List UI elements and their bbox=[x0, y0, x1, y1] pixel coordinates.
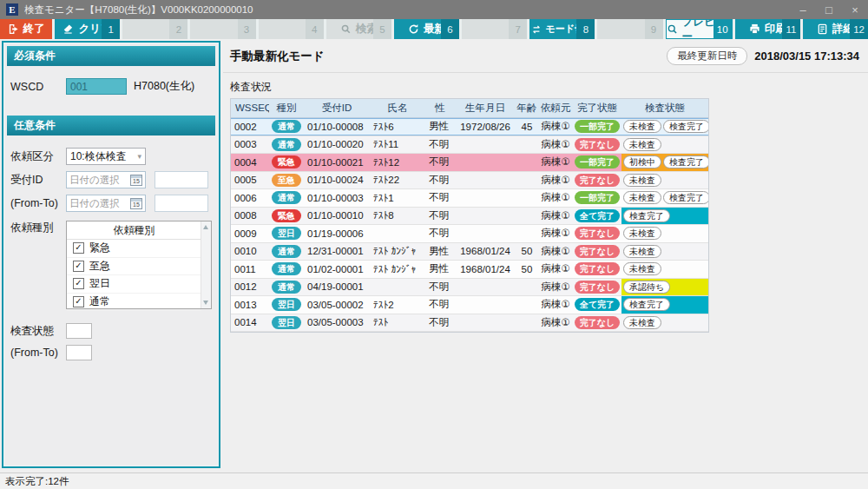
function-key-number: 7 bbox=[509, 19, 527, 39]
column-header[interactable]: 生年月日 bbox=[455, 99, 516, 117]
status-badge: 未検査 bbox=[623, 262, 661, 275]
status-badge: 未検査 bbox=[623, 120, 661, 133]
table-row[interactable]: 0014翌日03/05-00003ﾃｽﾄ不明病棟①完了なし未検査 bbox=[231, 314, 708, 333]
checkbox-checked-icon[interactable]: ✓ bbox=[73, 242, 84, 254]
accept-id-value: 03/05-00002 bbox=[307, 300, 364, 310]
sex-value: 不明 bbox=[429, 316, 449, 329]
wscd-input[interactable]: 001 bbox=[66, 78, 127, 95]
test-status-to-input[interactable] bbox=[66, 345, 92, 360]
completion-badge: 完了なし bbox=[575, 262, 620, 275]
print-icon bbox=[749, 23, 760, 35]
table-row[interactable]: 0011通常01/02-00001ﾃｽﾄ ｶﾝｼﾞｬ男性1968/01/2450… bbox=[231, 261, 708, 279]
accept-id-fromto-label: (From-To) bbox=[10, 197, 66, 209]
wsseq-value: 0005 bbox=[234, 175, 257, 185]
completion-badge: 一部完了 bbox=[575, 155, 620, 169]
scroll-up-icon[interactable] bbox=[203, 225, 208, 229]
toolbar-button-fn2: 2 bbox=[122, 19, 187, 39]
mode-icon bbox=[531, 24, 542, 35]
kind-badge: 通常 bbox=[272, 245, 301, 258]
table-row[interactable]: 0009翌日01/19-00006不明病棟①完了なし未検査 bbox=[231, 225, 708, 243]
completion-badge: 一部完了 bbox=[575, 120, 620, 133]
function-key-number: 6 bbox=[441, 19, 459, 39]
kind-badge: 翌日 bbox=[272, 298, 301, 311]
request-type-item[interactable]: ✓緊急 bbox=[67, 240, 201, 258]
sex-value: 男性 bbox=[429, 262, 449, 275]
toolbar-button-mode-switch[interactable]: モード切替8 bbox=[529, 19, 595, 39]
checkbox-checked-icon[interactable]: ✓ bbox=[73, 278, 84, 289]
test-status-from-input[interactable] bbox=[66, 323, 92, 339]
accept-id-from-input[interactable] bbox=[155, 171, 208, 188]
toolbar-button-print[interactable]: 印刷11 bbox=[735, 19, 800, 39]
function-key-number: 5 bbox=[373, 19, 391, 39]
last-update-badge: 最終更新日時 bbox=[667, 47, 747, 65]
age-value: 50 bbox=[522, 246, 533, 256]
origin-value: 病棟① bbox=[541, 174, 569, 187]
accept-id-date-from[interactable]: 日付の選択 15 bbox=[66, 171, 146, 188]
request-type-item[interactable]: ✓至急 bbox=[67, 258, 201, 276]
column-header[interactable]: 検査状態 bbox=[621, 99, 708, 117]
kind-badge: 通常 bbox=[272, 281, 301, 294]
column-header[interactable]: 性 bbox=[425, 99, 455, 117]
scroll-down-icon[interactable] bbox=[203, 301, 208, 305]
accept-id-value: 01/10-00024 bbox=[307, 175, 364, 185]
calendar-icon[interactable]: 15 bbox=[130, 198, 142, 209]
origin-value: 病棟① bbox=[541, 227, 569, 240]
toolbar-button-search: 検索5 bbox=[326, 19, 391, 39]
request-category-select[interactable]: 10:検体検査 ▾ bbox=[66, 148, 146, 165]
toolbar-button-refresh[interactable]: 最新6 bbox=[394, 19, 459, 39]
table-row[interactable]: 0005至急01/10-00024ﾃｽﾄ22不明病棟①完了なし未検査 bbox=[231, 172, 708, 190]
patient-name: ﾃｽﾄ8 bbox=[373, 210, 394, 221]
request-type-list-header: 依頼種別 bbox=[67, 221, 201, 240]
detail-icon bbox=[817, 23, 828, 35]
table-row[interactable]: 0002通常01/10-00008ﾃｽﾄ6男性1972/08/2645病棟①一部… bbox=[231, 118, 708, 136]
patient-name: ﾃｽﾄ12 bbox=[373, 157, 399, 168]
completion-badge: 完了なし bbox=[575, 316, 620, 329]
accept-id-to-input[interactable] bbox=[155, 195, 208, 212]
column-header[interactable]: WSSEQ bbox=[231, 99, 269, 117]
column-header[interactable]: 依頼元 bbox=[538, 99, 573, 117]
column-header[interactable]: 年齢 bbox=[516, 99, 538, 117]
table-row[interactable]: 0012通常04/19-00001不明病棟①完了なし承認待ち bbox=[231, 279, 708, 297]
completion-badge: 完了なし bbox=[575, 174, 620, 187]
toolbar-button-clear[interactable]: クリア1 bbox=[55, 19, 120, 39]
column-header[interactable]: 氏名 bbox=[370, 99, 425, 117]
status-text: 表示完了:12件 bbox=[5, 475, 69, 488]
table-row[interactable]: 0004緊急01/10-00021ﾃｽﾄ12不明病棟①一部完了初検中検査完了 bbox=[231, 154, 708, 172]
request-type-item-label: 緊急 bbox=[89, 241, 110, 255]
test-status-label: 検査状態 bbox=[10, 324, 66, 339]
listbox-scrollbar[interactable] bbox=[201, 221, 211, 308]
app-window: E 検査モニター【H7080(生化)】V000KK0200000010 – □ … bbox=[0, 0, 868, 489]
column-header[interactable]: 完了状態 bbox=[573, 99, 621, 117]
accept-id-date-to[interactable]: 日付の選択 15 bbox=[66, 195, 146, 212]
table-row[interactable]: 0008緊急01/10-00010ﾃｽﾄ8不明病棟①全て完了検査完了 bbox=[231, 208, 708, 226]
table-row[interactable]: 0006通常01/10-00003ﾃｽﾄ1不明病棟①一部完了未検査検査完了 bbox=[231, 189, 708, 208]
checkbox-checked-icon[interactable]: ✓ bbox=[73, 261, 84, 272]
checkbox-checked-icon[interactable]: ✓ bbox=[73, 296, 84, 307]
kind-badge: 翌日 bbox=[272, 316, 301, 329]
birthdate-value: 1968/01/24 bbox=[460, 246, 510, 256]
calendar-icon[interactable]: 15 bbox=[130, 175, 142, 186]
kind-badge: 通常 bbox=[272, 262, 301, 275]
accept-id-value: 03/05-00003 bbox=[307, 317, 364, 327]
minimize-icon[interactable]: – bbox=[790, 0, 816, 19]
close-icon[interactable]: × bbox=[842, 0, 868, 19]
column-header[interactable]: 種別 bbox=[269, 99, 304, 117]
toolbar-button-preview[interactable]: プレビュー10 bbox=[666, 19, 733, 39]
accept-id-value: 01/10-00003 bbox=[307, 193, 364, 203]
table-row[interactable]: 0003通常01/10-00020ﾃｽﾄ11不明病棟①完了なし未検査 bbox=[231, 136, 708, 155]
toolbar-button-exit[interactable]: 終了 bbox=[0, 19, 52, 39]
patient-name: ﾃｽﾄ bbox=[373, 317, 388, 327]
toolbar-button-detail[interactable]: 詳細12 bbox=[803, 19, 868, 39]
status-badge: 初検中 bbox=[623, 155, 661, 169]
main-header: 手動最新化モード 最終更新日時 2018/03/15 17:13:34 bbox=[223, 39, 868, 65]
request-type-item-label: 翌日 bbox=[89, 276, 110, 291]
request-type-item[interactable]: ✓通常 bbox=[67, 294, 201, 312]
request-type-item[interactable]: ✓翌日 bbox=[67, 275, 201, 294]
column-header[interactable]: 受付ID bbox=[304, 99, 370, 117]
maximize-icon[interactable]: □ bbox=[816, 0, 842, 19]
table-row[interactable]: 0013翌日03/05-00002ﾃｽﾄ2不明病棟①全て完了検査完了 bbox=[231, 296, 708, 314]
status-badge: 未検査 bbox=[623, 138, 661, 151]
wsseq-value: 0004 bbox=[234, 157, 257, 168]
table-row[interactable]: 0010通常12/31-00001ﾃｽﾄ ｶﾝｼﾞｬ男性1968/01/2450… bbox=[231, 243, 708, 261]
sex-value: 不明 bbox=[429, 138, 449, 151]
